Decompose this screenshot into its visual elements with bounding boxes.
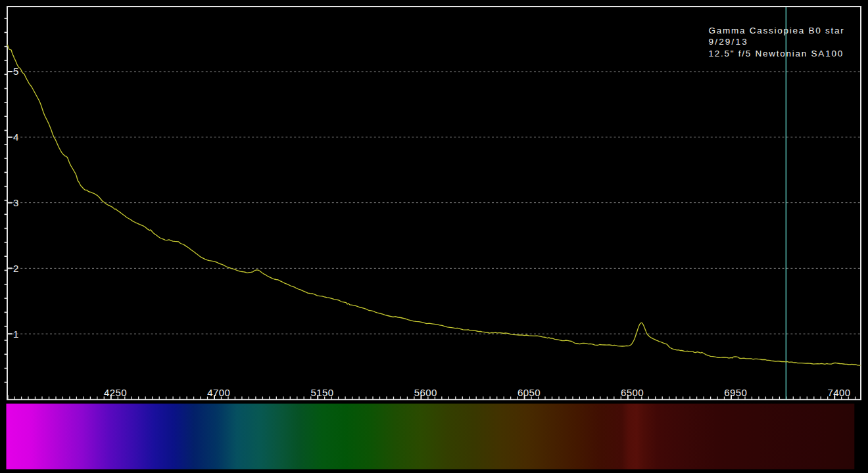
- svg-text:5600: 5600: [414, 387, 437, 398]
- svg-text:12.5" f/5 Newtonian SA100: 12.5" f/5 Newtonian SA100: [709, 49, 844, 58]
- svg-text:5150: 5150: [311, 387, 334, 398]
- svg-text:1: 1: [13, 328, 18, 340]
- svg-text:2: 2: [13, 263, 18, 274]
- svg-text:6050: 6050: [518, 387, 541, 398]
- svg-text:4250: 4250: [104, 387, 127, 398]
- svg-text:7400: 7400: [828, 387, 851, 398]
- svg-text:4700: 4700: [207, 387, 230, 398]
- svg-text:6500: 6500: [621, 387, 644, 398]
- svg-text:5: 5: [13, 66, 18, 77]
- svg-text:9/29/13: 9/29/13: [709, 37, 748, 47]
- svg-text:6950: 6950: [724, 387, 747, 398]
- svg-text:4: 4: [13, 131, 18, 143]
- svg-text:Gamma Cassiopiea B0 star: Gamma Cassiopiea B0 star: [709, 26, 845, 35]
- svg-text:3: 3: [13, 197, 18, 208]
